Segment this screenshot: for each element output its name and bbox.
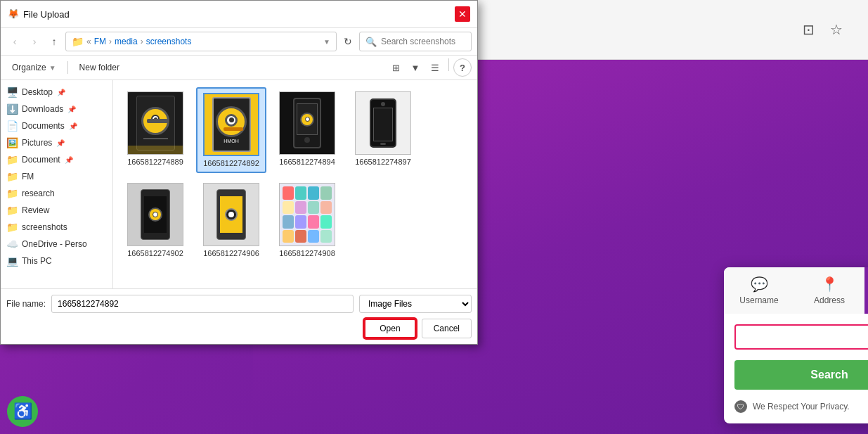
toolbar-view-icons: ⊞ ▼ ☰ ? bbox=[387, 58, 472, 77]
sidebar-item-document2[interactable]: 📁 Document 📌 bbox=[1, 151, 112, 168]
documents-icon: 📄 bbox=[6, 120, 18, 132]
new-folder-label: New folder bbox=[79, 63, 119, 72]
pictures-icon: 🖼️ bbox=[6, 137, 18, 148]
onedrive-icon: ☁️ bbox=[6, 238, 18, 250]
file-item[interactable]: 1665812274908 bbox=[272, 179, 342, 262]
file-name: 1665812274894 bbox=[279, 158, 335, 166]
sidebar-item-thispc[interactable]: 💻 This PC bbox=[1, 253, 112, 269]
organize-arrow: ▼ bbox=[49, 64, 56, 72]
sidebar-item-fm[interactable]: 📁 FM bbox=[1, 168, 112, 185]
file-name: 1665812274906 bbox=[203, 249, 259, 257]
search-box: 🔍 bbox=[359, 32, 472, 51]
filetype-select[interactable]: Image Files bbox=[359, 295, 472, 313]
file-item[interactable]: 1665812274906 bbox=[196, 179, 266, 262]
search-screenshots-input[interactable] bbox=[381, 37, 465, 46]
file-item[interactable]: 1665812274889 bbox=[120, 87, 190, 173]
tab-address[interactable]: 📍 Address bbox=[794, 267, 864, 314]
view-details[interactable]: ☰ bbox=[426, 58, 444, 77]
tab-username-label: Username bbox=[739, 295, 778, 305]
dialog-bottom: File name: Image Files Open Cancel bbox=[1, 288, 477, 344]
address-icon: 📍 bbox=[821, 276, 838, 293]
pin-icon: 📌 bbox=[57, 89, 65, 96]
sidebar-item-onedrive[interactable]: ☁️ OneDrive - Perso bbox=[1, 236, 112, 253]
bookmark-icon[interactable]: ☆ bbox=[830, 21, 847, 38]
sidebar-item-screenshots[interactable]: 📁 screenshots bbox=[1, 219, 112, 236]
pin-icon-doc: 📌 bbox=[69, 122, 77, 130]
file-thumbnail bbox=[279, 91, 335, 155]
search-panel: 💬 Username 📍 Address 🖼️ Image Search 🛡 W… bbox=[724, 267, 868, 423]
dialog-main: 🖥️ Desktop 📌 ⬇️ Downloads 📌 📄 Documents … bbox=[1, 80, 477, 288]
dialog-navbar: ‹ › ↑ 📁 « FM › media › screenshots ▼ ↻ 🔍 bbox=[1, 28, 477, 56]
file-thumbnail bbox=[355, 91, 411, 155]
view-dropdown[interactable]: ▼ bbox=[406, 58, 425, 77]
back-button[interactable]: ‹ bbox=[6, 33, 23, 50]
file-item[interactable]: 1665812274897 bbox=[348, 87, 418, 173]
review-icon: 📁 bbox=[6, 205, 18, 216]
file-item[interactable]: 1665812274902 bbox=[120, 179, 190, 262]
up-button[interactable]: ↑ bbox=[46, 33, 63, 50]
file-item-selected[interactable]: HМОН 1665812274892 bbox=[196, 87, 266, 173]
search-icon: 🔍 bbox=[365, 37, 377, 47]
file-name: 1665812274897 bbox=[355, 158, 411, 166]
path-media[interactable]: media bbox=[115, 37, 138, 46]
tab-row: 💬 Username 📍 Address 🖼️ Image bbox=[724, 267, 868, 314]
tab-username[interactable]: 💬 Username bbox=[724, 267, 794, 314]
close-button[interactable]: ✕ bbox=[455, 6, 470, 22]
screenshots-icon: 📁 bbox=[6, 222, 18, 233]
file-thumbnail bbox=[279, 183, 335, 246]
sidebar-item-downloads[interactable]: ⬇️ Downloads 📌 bbox=[1, 101, 112, 117]
refresh-button[interactable]: ↻ bbox=[339, 33, 356, 50]
file-name: 1665812274908 bbox=[279, 249, 335, 257]
sidebar-label-pictures: Pictures bbox=[22, 138, 52, 148]
forward-button[interactable]: › bbox=[26, 33, 43, 50]
organize-button[interactable]: Organize ▼ bbox=[6, 60, 62, 75]
new-folder-button[interactable]: New folder bbox=[74, 60, 125, 75]
search-input[interactable] bbox=[734, 324, 868, 350]
sidebar-label-fm: FM bbox=[22, 172, 34, 181]
nav-path: 📁 « FM › media › screenshots ▼ bbox=[65, 32, 337, 51]
file-thumbnail: HМОН bbox=[203, 93, 259, 156]
downloads-icon: ⬇️ bbox=[6, 103, 18, 115]
tab-address-label: Address bbox=[814, 295, 845, 305]
tab-image[interactable]: 🖼️ Image bbox=[864, 267, 868, 314]
sidebar-item-review[interactable]: 📁 Review bbox=[1, 202, 112, 219]
document2-icon: 📁 bbox=[6, 154, 18, 165]
filename-input[interactable] bbox=[51, 295, 354, 313]
file-name: 1665812274902 bbox=[127, 249, 183, 257]
dialog-sidebar: 🖥️ Desktop 📌 ⬇️ Downloads 📌 📄 Documents … bbox=[1, 80, 113, 288]
path-fm[interactable]: FM bbox=[94, 37, 106, 46]
view-large-icons[interactable]: ⊞ bbox=[387, 58, 405, 77]
file-upload-dialog: 🦊 File Upload ✕ ‹ › ↑ 📁 « FM › media › s… bbox=[0, 0, 478, 345]
help-button[interactable]: ? bbox=[453, 58, 472, 77]
accessibility-button[interactable]: ♿ bbox=[7, 396, 38, 427]
file-item[interactable]: 1665812274894 bbox=[272, 87, 342, 173]
organize-label: Organize bbox=[12, 63, 46, 72]
sidebar-label-downloads: Downloads bbox=[22, 104, 63, 114]
research-icon: 📁 bbox=[6, 188, 18, 199]
firefox-icon: 🦊 bbox=[8, 8, 19, 20]
dialog-title: File Upload bbox=[23, 9, 451, 20]
sidebar-item-pictures[interactable]: 🖼️ Pictures 📌 bbox=[1, 134, 112, 151]
open-button[interactable]: Open bbox=[364, 319, 415, 338]
file-thumbnail bbox=[127, 91, 183, 155]
username-icon: 💬 bbox=[751, 276, 768, 293]
dialog-overlay: 🦊 File Upload ✕ ‹ › ↑ 📁 « FM › media › s… bbox=[0, 0, 478, 434]
sidebar-label-desktop: Desktop bbox=[22, 87, 53, 97]
pin-icon-d2: 📌 bbox=[65, 156, 73, 164]
dialog-files: 1665812274889 bbox=[113, 80, 477, 288]
sidebar-item-research[interactable]: 📁 research bbox=[1, 185, 112, 202]
toolbar-separator bbox=[67, 61, 68, 74]
cancel-button[interactable]: Cancel bbox=[422, 319, 472, 338]
sidebar-item-documents[interactable]: 📄 Documents 📌 bbox=[1, 117, 112, 134]
path-screenshots[interactable]: screenshots bbox=[146, 37, 192, 46]
dialog-titlebar: 🦊 File Upload ✕ bbox=[1, 1, 477, 28]
sidebar-item-desktop[interactable]: 🖥️ Desktop 📌 bbox=[1, 84, 112, 101]
search-button[interactable]: Search bbox=[734, 360, 868, 390]
actions-row: Open Cancel bbox=[6, 319, 472, 338]
thispc-icon: 💻 bbox=[6, 255, 18, 267]
desktop-folder-icon: 🖥️ bbox=[6, 87, 18, 98]
reader-icon[interactable]: ⊡ bbox=[803, 21, 820, 38]
privacy-text: We Respect Your Privacy. bbox=[753, 402, 850, 411]
shield-icon: 🛡 bbox=[734, 400, 747, 413]
sidebar-label-document2: Document bbox=[22, 155, 60, 165]
